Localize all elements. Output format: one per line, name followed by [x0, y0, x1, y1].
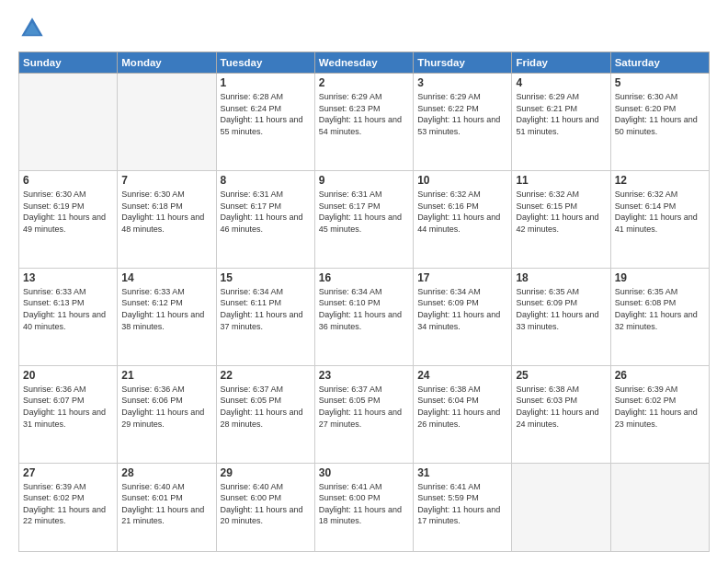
day-cell: 5Sunrise: 6:30 AM Sunset: 6:20 PM Daylig…	[610, 74, 709, 171]
day-info: Sunrise: 6:32 AM Sunset: 6:16 PM Dayligh…	[417, 189, 507, 235]
day-cell: 26Sunrise: 6:39 AM Sunset: 6:02 PM Dayli…	[610, 365, 709, 463]
day-cell: 3Sunrise: 6:29 AM Sunset: 6:22 PM Daylig…	[414, 74, 512, 171]
day-number: 31	[417, 466, 507, 479]
day-cell	[610, 463, 709, 551]
day-cell: 9Sunrise: 6:31 AM Sunset: 6:17 PM Daylig…	[314, 170, 413, 268]
day-number: 20	[23, 369, 113, 382]
header	[18, 15, 710, 42]
day-cell: 11Sunrise: 6:32 AM Sunset: 6:15 PM Dayli…	[512, 170, 610, 268]
day-info: Sunrise: 6:30 AM Sunset: 6:19 PM Dayligh…	[23, 189, 113, 235]
weekday-header: Monday	[118, 52, 216, 74]
day-cell: 15Sunrise: 6:34 AM Sunset: 6:11 PM Dayli…	[216, 268, 314, 365]
week-row: 13Sunrise: 6:33 AM Sunset: 6:13 PM Dayli…	[19, 268, 710, 365]
week-row: 20Sunrise: 6:36 AM Sunset: 6:07 PM Dayli…	[19, 365, 710, 463]
logo	[18, 15, 50, 42]
day-number: 29	[221, 466, 311, 479]
page: SundayMondayTuesdayWednesdayThursdayFrid…	[0, 0, 728, 563]
day-number: 18	[516, 271, 606, 284]
day-info: Sunrise: 6:41 AM Sunset: 6:00 PM Dayligh…	[319, 481, 409, 527]
day-cell: 23Sunrise: 6:37 AM Sunset: 6:05 PM Dayli…	[314, 365, 413, 463]
day-number: 27	[23, 466, 113, 479]
day-cell: 14Sunrise: 6:33 AM Sunset: 6:12 PM Dayli…	[118, 268, 216, 365]
day-info: Sunrise: 6:33 AM Sunset: 6:13 PM Dayligh…	[23, 286, 113, 332]
calendar: SundayMondayTuesdayWednesdayThursdayFrid…	[18, 52, 710, 552]
day-cell: 20Sunrise: 6:36 AM Sunset: 6:07 PM Dayli…	[19, 365, 118, 463]
day-info: Sunrise: 6:41 AM Sunset: 5:59 PM Dayligh…	[417, 481, 507, 527]
day-number: 10	[417, 174, 507, 187]
day-cell: 18Sunrise: 6:35 AM Sunset: 6:09 PM Dayli…	[512, 268, 610, 365]
day-number: 25	[516, 369, 606, 382]
weekday-header: Tuesday	[216, 52, 314, 74]
day-number: 4	[516, 76, 606, 89]
day-info: Sunrise: 6:34 AM Sunset: 6:10 PM Dayligh…	[319, 286, 409, 332]
week-row: 6Sunrise: 6:30 AM Sunset: 6:19 PM Daylig…	[19, 170, 710, 268]
day-info: Sunrise: 6:30 AM Sunset: 6:18 PM Dayligh…	[121, 189, 211, 235]
week-row: 27Sunrise: 6:39 AM Sunset: 6:02 PM Dayli…	[19, 463, 710, 551]
day-cell: 2Sunrise: 6:29 AM Sunset: 6:23 PM Daylig…	[314, 74, 413, 171]
day-cell	[19, 74, 118, 171]
day-number: 1	[221, 76, 311, 89]
day-number: 9	[319, 174, 409, 187]
day-cell: 8Sunrise: 6:31 AM Sunset: 6:17 PM Daylig…	[216, 170, 314, 268]
weekday-header: Wednesday	[314, 52, 413, 74]
weekday-header: Thursday	[414, 52, 512, 74]
day-info: Sunrise: 6:30 AM Sunset: 6:20 PM Dayligh…	[615, 91, 705, 137]
day-number: 2	[319, 76, 409, 89]
week-row: 1Sunrise: 6:28 AM Sunset: 6:24 PM Daylig…	[19, 74, 710, 171]
day-info: Sunrise: 6:33 AM Sunset: 6:12 PM Dayligh…	[121, 286, 211, 332]
weekday-header: Saturday	[610, 52, 709, 74]
day-info: Sunrise: 6:35 AM Sunset: 6:08 PM Dayligh…	[615, 286, 705, 332]
day-info: Sunrise: 6:39 AM Sunset: 6:02 PM Dayligh…	[615, 384, 705, 430]
day-cell	[118, 74, 216, 171]
day-number: 16	[319, 271, 409, 284]
day-number: 15	[221, 271, 311, 284]
day-cell: 22Sunrise: 6:37 AM Sunset: 6:05 PM Dayli…	[216, 365, 314, 463]
day-cell: 30Sunrise: 6:41 AM Sunset: 6:00 PM Dayli…	[314, 463, 413, 551]
day-number: 8	[221, 174, 311, 187]
day-number: 11	[516, 174, 606, 187]
day-cell: 16Sunrise: 6:34 AM Sunset: 6:10 PM Dayli…	[314, 268, 413, 365]
day-info: Sunrise: 6:31 AM Sunset: 6:17 PM Dayligh…	[319, 189, 409, 235]
day-number: 28	[121, 466, 211, 479]
day-cell: 28Sunrise: 6:40 AM Sunset: 6:01 PM Dayli…	[118, 463, 216, 551]
day-info: Sunrise: 6:40 AM Sunset: 6:00 PM Dayligh…	[221, 481, 311, 527]
day-number: 12	[615, 174, 705, 187]
day-cell: 17Sunrise: 6:34 AM Sunset: 6:09 PM Dayli…	[414, 268, 512, 365]
day-number: 17	[417, 271, 507, 284]
weekday-header-row: SundayMondayTuesdayWednesdayThursdayFrid…	[19, 52, 710, 74]
day-info: Sunrise: 6:29 AM Sunset: 6:22 PM Dayligh…	[417, 91, 507, 137]
day-info: Sunrise: 6:29 AM Sunset: 6:21 PM Dayligh…	[516, 91, 606, 137]
day-info: Sunrise: 6:39 AM Sunset: 6:02 PM Dayligh…	[23, 481, 113, 527]
day-number: 5	[615, 76, 705, 89]
day-number: 7	[121, 174, 211, 187]
weekday-header: Sunday	[19, 52, 118, 74]
day-cell: 29Sunrise: 6:40 AM Sunset: 6:00 PM Dayli…	[216, 463, 314, 551]
day-cell: 24Sunrise: 6:38 AM Sunset: 6:04 PM Dayli…	[414, 365, 512, 463]
day-number: 23	[319, 369, 409, 382]
day-number: 19	[615, 271, 705, 284]
day-info: Sunrise: 6:35 AM Sunset: 6:09 PM Dayligh…	[516, 286, 606, 332]
day-cell: 10Sunrise: 6:32 AM Sunset: 6:16 PM Dayli…	[414, 170, 512, 268]
day-number: 6	[23, 174, 113, 187]
day-info: Sunrise: 6:36 AM Sunset: 6:07 PM Dayligh…	[23, 384, 113, 430]
day-cell: 12Sunrise: 6:32 AM Sunset: 6:14 PM Dayli…	[610, 170, 709, 268]
day-cell: 31Sunrise: 6:41 AM Sunset: 5:59 PM Dayli…	[414, 463, 512, 551]
day-info: Sunrise: 6:38 AM Sunset: 6:04 PM Dayligh…	[417, 384, 507, 430]
day-cell: 13Sunrise: 6:33 AM Sunset: 6:13 PM Dayli…	[19, 268, 118, 365]
day-info: Sunrise: 6:32 AM Sunset: 6:15 PM Dayligh…	[516, 189, 606, 235]
day-cell: 27Sunrise: 6:39 AM Sunset: 6:02 PM Dayli…	[19, 463, 118, 551]
day-cell: 19Sunrise: 6:35 AM Sunset: 6:08 PM Dayli…	[610, 268, 709, 365]
day-cell: 4Sunrise: 6:29 AM Sunset: 6:21 PM Daylig…	[512, 74, 610, 171]
day-info: Sunrise: 6:34 AM Sunset: 6:09 PM Dayligh…	[417, 286, 507, 332]
day-number: 3	[417, 76, 507, 89]
day-number: 21	[121, 369, 211, 382]
day-number: 13	[23, 271, 113, 284]
day-number: 22	[221, 369, 311, 382]
day-info: Sunrise: 6:37 AM Sunset: 6:05 PM Dayligh…	[319, 384, 409, 430]
day-cell	[512, 463, 610, 551]
weekday-header: Friday	[512, 52, 610, 74]
day-info: Sunrise: 6:38 AM Sunset: 6:03 PM Dayligh…	[516, 384, 606, 430]
day-cell: 25Sunrise: 6:38 AM Sunset: 6:03 PM Dayli…	[512, 365, 610, 463]
day-cell: 21Sunrise: 6:36 AM Sunset: 6:06 PM Dayli…	[118, 365, 216, 463]
day-info: Sunrise: 6:28 AM Sunset: 6:24 PM Dayligh…	[221, 91, 311, 137]
